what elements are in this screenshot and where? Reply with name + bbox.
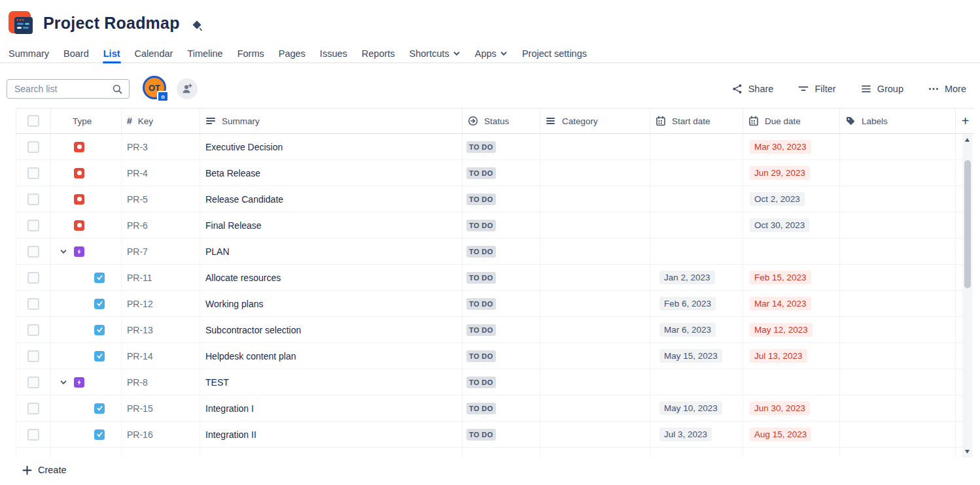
issue-summary[interactable]: Helpdesk content plan bbox=[205, 351, 296, 361]
tab-list[interactable]: List bbox=[96, 44, 128, 62]
scroll-down-icon[interactable] bbox=[964, 449, 970, 454]
issue-summary[interactable]: Beta Release bbox=[205, 168, 260, 178]
task-type-icon[interactable] bbox=[94, 429, 105, 440]
tab-board[interactable]: Board bbox=[56, 44, 96, 62]
start-date-pill[interactable]: May 10, 2023 bbox=[659, 401, 722, 415]
due-date-pill[interactable]: Aug 15, 2023 bbox=[750, 427, 811, 441]
table-row-pr-13[interactable]: PR-13Subcontractor selectionTO DOMar 6, … bbox=[16, 317, 974, 343]
status-badge[interactable]: TO DO bbox=[466, 376, 496, 388]
row-checkbox[interactable] bbox=[27, 272, 39, 284]
table-row-pr-8[interactable]: PR-8TESTTO DO bbox=[16, 369, 974, 395]
add-column-button[interactable]: + bbox=[956, 109, 975, 133]
due-date-pill[interactable]: Feb 15, 2023 bbox=[750, 271, 811, 284]
column-header-status[interactable]: Status bbox=[463, 109, 540, 133]
issue-summary[interactable]: Integration II bbox=[205, 429, 256, 440]
row-checkbox[interactable] bbox=[27, 246, 39, 258]
issue-key[interactable]: PR-15 bbox=[127, 403, 153, 414]
start-date-pill[interactable]: Mar 6, 2023 bbox=[659, 323, 716, 337]
status-badge[interactable]: TO DO bbox=[466, 324, 496, 336]
due-date-pill[interactable]: Jun 30, 2023 bbox=[750, 401, 810, 415]
status-badge[interactable]: TO DO bbox=[466, 298, 496, 310]
start-date-pill[interactable]: May 15, 2023 bbox=[659, 349, 722, 363]
column-header-category[interactable]: Category bbox=[540, 109, 650, 133]
add-people-button[interactable] bbox=[177, 78, 198, 99]
share-button[interactable]: Share bbox=[731, 83, 774, 95]
issue-summary[interactable]: TEST bbox=[205, 377, 229, 388]
tab-calendar[interactable]: Calendar bbox=[128, 44, 181, 62]
status-badge[interactable]: TO DO bbox=[466, 167, 496, 179]
column-header-labels[interactable]: Labels bbox=[840, 109, 956, 133]
vertical-scrollbar[interactable] bbox=[962, 134, 972, 458]
issue-summary[interactable]: PLAN bbox=[205, 246, 230, 257]
status-badge[interactable]: TO DO bbox=[466, 403, 496, 414]
tab-timeline[interactable]: Timeline bbox=[180, 44, 230, 62]
start-date-pill[interactable]: Feb 6, 2023 bbox=[659, 297, 716, 310]
tab-forms[interactable]: Forms bbox=[230, 44, 271, 62]
row-checkbox[interactable] bbox=[27, 429, 39, 441]
due-date-pill[interactable]: Mar 30, 2023 bbox=[750, 140, 811, 154]
scrollbar-thumb[interactable] bbox=[964, 160, 971, 288]
table-row-pr-16[interactable]: PR-16Integration IITO DOJul 3, 2023Aug 1… bbox=[16, 422, 974, 448]
due-date-pill[interactable]: May 12, 2023 bbox=[750, 323, 813, 337]
row-checkbox[interactable] bbox=[27, 167, 39, 179]
row-checkbox[interactable] bbox=[27, 350, 39, 362]
issue-key[interactable]: PR-5 bbox=[127, 194, 148, 205]
column-header-start-date[interactable]: Start date bbox=[650, 109, 743, 133]
table-row-pr-15[interactable]: PR-15Integration ITO DOMay 10, 2023Jun 3… bbox=[16, 395, 974, 422]
bug-type-icon[interactable] bbox=[74, 168, 84, 178]
table-row-pr-14[interactable]: PR-14Helpdesk content planTO DOMay 15, 2… bbox=[16, 343, 974, 369]
tab-shortcuts[interactable]: Shortcuts bbox=[402, 44, 468, 62]
tab-issues[interactable]: Issues bbox=[313, 44, 355, 62]
select-all-checkbox[interactable] bbox=[27, 115, 39, 127]
issue-summary[interactable]: Subcontractor selection bbox=[205, 325, 301, 335]
issue-key[interactable]: PR-16 bbox=[127, 429, 153, 440]
issue-key[interactable]: PR-6 bbox=[127, 220, 148, 231]
more-button[interactable]: More bbox=[928, 83, 966, 95]
create-button[interactable]: Create bbox=[22, 465, 67, 475]
table-row-pr-12[interactable]: PR-12Working plansTO DOFeb 6, 2023Mar 14… bbox=[16, 291, 974, 317]
column-header-key[interactable]: # Key bbox=[122, 109, 200, 133]
task-type-icon[interactable] bbox=[94, 403, 105, 414]
tab-summary[interactable]: Summary bbox=[1, 44, 56, 62]
row-checkbox[interactable] bbox=[27, 298, 39, 310]
column-header-summary[interactable]: Summary bbox=[200, 109, 463, 133]
issue-summary[interactable]: Allocate resources bbox=[205, 273, 281, 283]
table-row-pr-11[interactable]: PR-11Allocate resourcesTO DOJan 2, 2023F… bbox=[16, 265, 974, 291]
issue-summary[interactable]: Final Release bbox=[205, 220, 262, 231]
due-date-pill[interactable]: Jul 13, 2023 bbox=[750, 349, 807, 363]
start-date-pill[interactable]: Jan 2, 2023 bbox=[659, 271, 715, 284]
status-badge[interactable]: TO DO bbox=[466, 193, 496, 205]
status-badge[interactable]: TO DO bbox=[466, 429, 496, 441]
row-checkbox[interactable] bbox=[27, 403, 39, 414]
task-type-icon[interactable] bbox=[94, 273, 105, 283]
row-checkbox[interactable] bbox=[27, 324, 39, 336]
issue-key[interactable]: PR-12 bbox=[127, 299, 153, 309]
issue-key[interactable]: PR-8 bbox=[127, 377, 148, 388]
tab-reports[interactable]: Reports bbox=[355, 44, 402, 62]
row-checkbox[interactable] bbox=[27, 376, 39, 388]
due-date-pill[interactable]: Jun 29, 2023 bbox=[750, 166, 810, 180]
bug-type-icon[interactable] bbox=[74, 194, 84, 205]
expand-chevron-icon[interactable] bbox=[60, 248, 67, 256]
table-row-partial[interactable] bbox=[16, 448, 974, 458]
edit-title-icon[interactable] bbox=[190, 19, 203, 32]
issue-summary[interactable]: Executive Decision bbox=[205, 142, 283, 152]
row-checkbox[interactable] bbox=[27, 220, 39, 231]
table-row-pr-3[interactable]: PR-3Executive DecisionTO DOMar 30, 2023 bbox=[16, 134, 974, 160]
due-date-pill[interactable]: Oct 30, 2023 bbox=[750, 218, 809, 232]
search-input[interactable] bbox=[13, 83, 108, 95]
due-date-pill[interactable]: Oct 2, 2023 bbox=[750, 192, 805, 206]
issue-key[interactable]: PR-11 bbox=[127, 273, 152, 283]
task-type-icon[interactable] bbox=[94, 325, 105, 335]
task-type-icon[interactable] bbox=[94, 299, 105, 309]
status-badge[interactable]: TO DO bbox=[466, 141, 496, 153]
issue-key[interactable]: PR-14 bbox=[127, 351, 153, 361]
start-date-pill[interactable]: Jul 3, 2023 bbox=[659, 427, 712, 441]
status-badge[interactable]: TO DO bbox=[466, 350, 496, 362]
issue-key[interactable]: PR-7 bbox=[127, 246, 148, 257]
status-badge[interactable]: TO DO bbox=[466, 272, 496, 284]
task-type-icon[interactable] bbox=[94, 351, 105, 361]
epic-type-icon[interactable] bbox=[74, 246, 84, 257]
table-row-pr-5[interactable]: PR-5Release CandidateTO DOOct 2, 2023 bbox=[16, 186, 974, 212]
status-badge[interactable]: TO DO bbox=[466, 246, 496, 258]
